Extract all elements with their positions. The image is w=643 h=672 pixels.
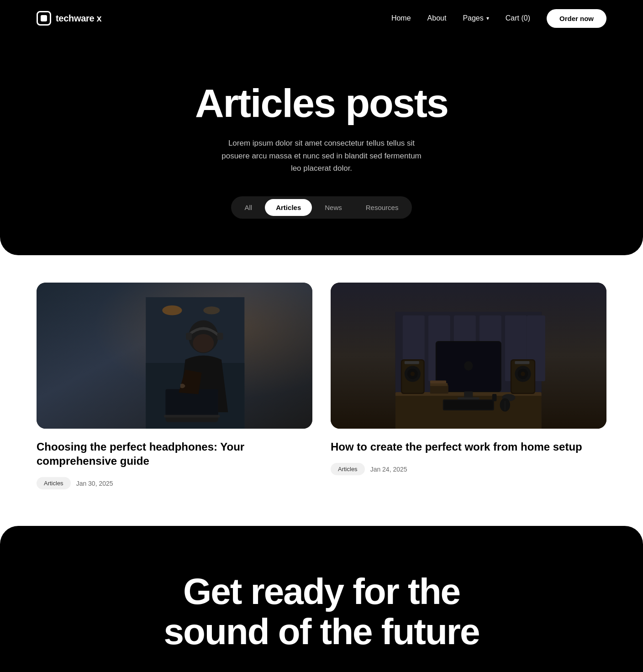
svg-point-2 [162,305,182,315]
article-title-2: How to create the perfect work from home… [331,440,606,454]
logo-icon [37,11,51,26]
desk-setup-illustration [344,312,593,429]
article-date-1: Jan 30, 2025 [76,480,113,487]
article-tag-2[interactable]: Articles [331,463,365,475]
brand-name: techware x [56,13,101,24]
main-nav: Home About Pages ▾ Cart (0) Order now [391,9,606,28]
hero-title: Articles posts [37,82,606,124]
articles-section: Choosing the perfect headphones: Your co… [0,255,643,526]
hero-section: Articles posts Lorem ipsum dolor sit ame… [0,37,643,255]
article-tag-1[interactable]: Articles [37,477,71,489]
article-image-2 [331,283,606,429]
filter-articles[interactable]: Articles [265,199,312,216]
filter-all[interactable]: All [234,199,264,216]
filter-bar: All Articles News Resources [37,196,606,219]
svg-point-37 [464,361,473,371]
nav-cart[interactable]: Cart (0) [506,14,530,22]
logo[interactable]: techware x [37,11,101,26]
article-date-2: Jan 24, 2025 [370,466,407,473]
svg-rect-26 [405,361,419,364]
article-meta-1: Articles Jan 30, 2025 [37,477,312,489]
svg-rect-6 [217,333,223,340]
svg-rect-32 [515,361,530,364]
svg-rect-44 [444,400,493,409]
filter-group: All Articles News Resources [231,196,412,219]
svg-rect-5 [186,333,192,340]
svg-point-3 [203,306,220,314]
svg-rect-40 [430,380,446,383]
nav-pages[interactable]: Pages ▾ [463,14,489,22]
svg-point-31 [521,372,525,376]
svg-rect-10 [164,415,220,418]
articles-grid: Choosing the perfect headphones: Your co… [37,283,606,489]
order-now-button[interactable]: Order now [547,9,606,28]
hero-subtitle: Lorem ipsum dolor sit amet consectetur t… [216,137,427,174]
svg-rect-39 [430,383,448,386]
article-image-1 [37,283,312,429]
svg-point-25 [411,372,415,376]
article-card[interactable]: How to create the perfect work from home… [331,283,606,489]
svg-rect-38 [430,385,448,394]
article-meta-2: Articles Jan 24, 2025 [331,463,606,475]
nav-home[interactable]: Home [391,14,411,22]
bottom-cta-title: Get ready for the sound of the future [37,572,606,652]
bottom-cta-section: Get ready for the sound of the future [0,526,643,672]
header: techware x Home About Pages ▾ Cart (0) O… [0,0,643,37]
svg-point-7 [193,334,214,352]
filter-news[interactable]: News [314,199,353,216]
chevron-down-icon: ▾ [486,15,489,21]
article-card[interactable]: Choosing the perfect headphones: Your co… [37,283,312,489]
nav-about[interactable]: About [427,14,447,22]
article-title-1: Choosing the perfect headphones: Your co… [37,440,312,468]
headphones-person-illustration [105,297,285,429]
filter-resources[interactable]: Resources [355,199,410,216]
svg-rect-36 [458,397,480,399]
